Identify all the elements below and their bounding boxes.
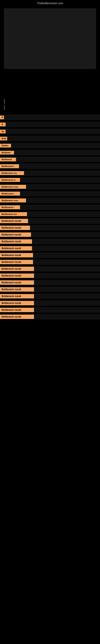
list-item[interactable]: Bottleneck result xyxy=(0,300,100,306)
result-bar xyxy=(4,114,100,120)
list-item[interactable]: Bottleneck resu xyxy=(0,184,100,190)
result-label: Bottleneck resu xyxy=(0,198,26,202)
list-item[interactable]: Bottleneck result xyxy=(0,245,100,252)
result-label: Bottleneck result xyxy=(0,260,33,264)
list-item[interactable]: Bottleneck r xyxy=(0,163,100,170)
result-bar xyxy=(33,259,100,265)
result-label: Bottlen xyxy=(0,144,11,148)
list-item[interactable]: Bottleneck result xyxy=(0,266,100,272)
result-label: Bottleneck res xyxy=(0,171,24,175)
list-item[interactable]: Bottleneck result xyxy=(0,238,100,245)
list-item[interactable]: Bottleneck r xyxy=(0,190,100,197)
list-item[interactable]: Bottleneck result xyxy=(0,307,100,313)
list-item[interactable]: B xyxy=(0,121,100,128)
result-bar xyxy=(34,273,100,278)
result-bar xyxy=(20,191,100,196)
list-item[interactable]: Bottleneck result xyxy=(0,232,100,238)
result-bar xyxy=(34,307,100,313)
result-bar xyxy=(20,177,100,183)
result-label: Bottleneck result xyxy=(0,246,32,250)
list-item[interactable]: Bottleneck result xyxy=(0,224,100,231)
list-item[interactable]: Bottlen xyxy=(0,142,100,149)
list-item[interactable]: Bottl xyxy=(0,135,100,142)
site-title: TheBottlenecker.com xyxy=(0,0,100,6)
list-item[interactable]: Bottleneck result xyxy=(0,272,100,279)
list-item[interactable]: Bottleneck r xyxy=(0,204,100,210)
list-item[interactable]: Bottleneck result xyxy=(0,314,100,320)
result-bar xyxy=(16,156,100,162)
result-bar xyxy=(34,286,100,292)
result-bar xyxy=(34,294,100,299)
result-bar xyxy=(31,232,100,238)
result-label: Bottleneck result xyxy=(0,274,34,278)
result-label: Bottleneck r xyxy=(0,205,20,209)
result-label: Bottleneck res xyxy=(0,212,27,216)
result-label: Bottleneck result xyxy=(0,267,34,271)
result-label: Bottleneck result xyxy=(0,280,34,285)
list-item[interactable]: Bottleneck re xyxy=(0,177,100,183)
result-label: Bottleneck resu xyxy=(0,185,26,189)
result-label: Bo xyxy=(0,130,6,134)
result-bar xyxy=(34,280,100,285)
result-label: Bottleneck result xyxy=(0,314,34,319)
list-item[interactable]: B xyxy=(0,114,100,120)
chart-area xyxy=(0,8,100,85)
result-bar xyxy=(26,198,100,203)
result-bar xyxy=(6,128,100,134)
result-bar xyxy=(24,170,100,176)
result-label: Bottleneck result xyxy=(0,308,34,312)
list-item[interactable]: Bottleneck result xyxy=(0,259,100,265)
list-item[interactable]: Bo xyxy=(0,128,100,135)
result-bar xyxy=(30,225,100,231)
list-item[interactable]: Bottleneck res xyxy=(0,170,100,176)
result-bar xyxy=(33,252,100,258)
result-label: Bottleneck r xyxy=(0,192,20,196)
result-label: Bottleneck result xyxy=(0,239,32,244)
list-item[interactable]: Bottleneck result xyxy=(0,293,100,300)
result-bar xyxy=(28,218,100,224)
result-list: BBBoBottlBottlenBottlenecBottleneckBottl… xyxy=(0,112,100,322)
result-bar xyxy=(7,136,100,141)
result-bar xyxy=(26,184,100,190)
result-bar xyxy=(27,211,100,217)
result-label: Bottleneck result xyxy=(0,301,34,305)
result-label: Bottleneck result xyxy=(0,287,34,292)
result-label: Bottleneck result xyxy=(0,226,30,230)
result-bar xyxy=(34,266,100,272)
result-label: Bottleneck result xyxy=(0,253,33,258)
filter-area xyxy=(0,97,100,112)
result-bar xyxy=(6,122,100,127)
result-bar xyxy=(32,246,100,251)
result-label: B xyxy=(0,116,4,119)
list-item[interactable]: Bottleneck result xyxy=(0,252,100,258)
result-bar xyxy=(20,204,100,210)
spacer-top xyxy=(0,85,100,97)
list-item[interactable]: Bottleneck xyxy=(0,156,100,162)
result-label: Bottlenec xyxy=(0,151,14,154)
list-item[interactable]: Bottleneck result xyxy=(0,218,100,224)
list-item[interactable]: Bottleneck res xyxy=(0,211,100,217)
list-item[interactable]: Bottleneck result xyxy=(0,286,100,292)
chart-inner xyxy=(4,8,96,69)
result-bar xyxy=(32,239,100,244)
result-label: Bottleneck re xyxy=(0,178,20,182)
result-bar xyxy=(11,143,100,148)
list-item[interactable]: Bottlenec xyxy=(0,149,100,156)
result-bar xyxy=(34,314,100,320)
result-label: Bottleneck xyxy=(0,158,16,162)
result-label: Bottl xyxy=(0,137,7,140)
result-label: Bottleneck result xyxy=(0,294,34,298)
site-header: TheBottlenecker.com xyxy=(0,0,100,6)
result-label: Bottleneck r xyxy=(0,164,19,168)
result-bar xyxy=(19,164,100,169)
result-bar xyxy=(34,300,100,306)
result-bar xyxy=(14,150,100,155)
result-label: Bottleneck result xyxy=(0,219,28,223)
result-label: Bottleneck result xyxy=(0,232,31,237)
list-item[interactable]: Bottleneck result xyxy=(0,279,100,286)
list-item[interactable]: Bottleneck resu xyxy=(0,197,100,204)
result-label: B xyxy=(0,122,6,126)
